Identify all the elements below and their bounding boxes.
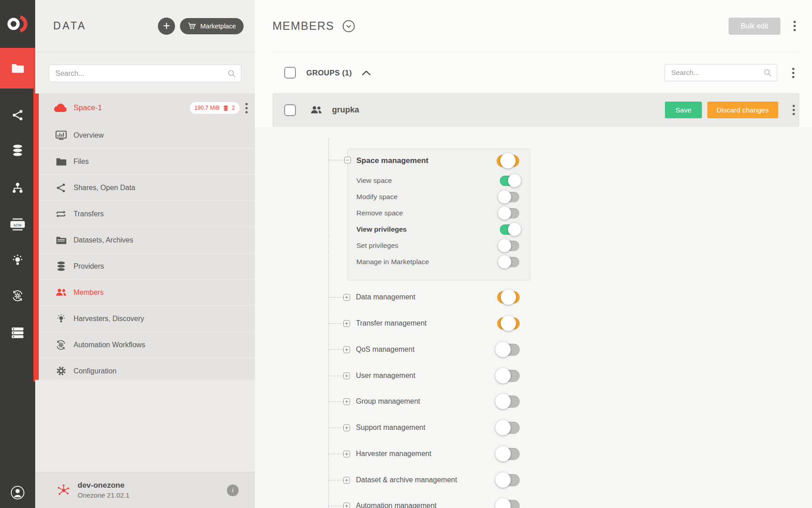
privileges-panel: Space managementView spaceModify spaceRe… — [255, 127, 812, 508]
transfer-management-toggle[interactable] — [497, 317, 520, 330]
privilege-row-group-management: Group management — [325, 393, 520, 410]
token-sample-text: a23e — [14, 223, 22, 227]
chevron-down-circle-icon[interactable] — [342, 20, 355, 33]
expand-icon[interactable] — [343, 451, 350, 457]
sidebar-item-label: Harvesters, Discovery — [74, 315, 144, 323]
files-icon — [54, 157, 68, 166]
sidebar-item-datasets-archives[interactable]: Datasets, Archives — [35, 227, 255, 253]
space-item[interactable]: Space-1 190.7 MiB 2 — [35, 93, 255, 122]
group-name: grupka — [332, 105, 359, 115]
shares-icon — [54, 183, 68, 193]
rail-item-clusters[interactable] — [0, 320, 35, 345]
group-management-toggle[interactable] — [497, 396, 520, 408]
expand-icon[interactable] — [343, 294, 350, 301]
add-space-button[interactable]: + — [158, 18, 175, 35]
view-privileges-toggle[interactable] — [500, 224, 519, 235]
discard-changes-button[interactable]: Discard changes — [707, 102, 778, 118]
sidebar-filler — [35, 380, 255, 472]
sidebar-item-providers[interactable]: Providers — [35, 253, 255, 280]
expand-icon[interactable] — [343, 346, 350, 353]
rail-item-automation[interactable] — [0, 283, 35, 308]
primary-rail: a23e — [0, 0, 35, 508]
group-checkbox[interactable] — [284, 104, 296, 116]
members-menu-dots[interactable] — [794, 21, 796, 31]
sidebar-item-harvesters-discovery[interactable]: Harvesters, Discovery — [35, 306, 255, 332]
main-content: MEMBERS Bulk edit GROUPS (1) — [255, 0, 812, 508]
rail-item-harvesters[interactable] — [0, 247, 35, 273]
sidebar-item-label: Configuration — [74, 367, 116, 375]
space-size-badge: 190.7 MiB 2 — [190, 102, 240, 114]
rail-item-providers[interactable] — [0, 138, 35, 163]
groups-search-input[interactable] — [664, 64, 777, 81]
info-icon[interactable]: i — [227, 485, 239, 496]
modify-space-toggle[interactable] — [500, 192, 519, 202]
groups-list-menu-dots[interactable] — [792, 68, 794, 78]
privilege-label: View privileges — [356, 225, 407, 233]
harvester-management-toggle[interactable] — [497, 448, 520, 460]
set-privileges-toggle[interactable] — [500, 241, 519, 251]
rail-item-data[interactable] — [0, 48, 35, 89]
sidebar-item-label: Shares, Open Data — [74, 184, 135, 192]
space-providers-count: 2 — [232, 105, 235, 111]
sidebar-item-overview[interactable]: Overview — [35, 122, 255, 149]
marketplace-button[interactable]: Marketplace — [180, 18, 244, 34]
sidebar-item-label: Files — [74, 158, 89, 166]
zone-version: Onezone 21.02.1 — [78, 491, 129, 500]
folder-icon — [11, 63, 24, 74]
chevron-up-icon[interactable] — [361, 70, 371, 76]
user-account-button[interactable] — [0, 485, 35, 500]
providers-icon — [54, 261, 68, 271]
expand-icon[interactable] — [343, 398, 350, 405]
sidebar-item-shares-open-data[interactable]: Shares, Open Data — [35, 175, 255, 201]
user-management-toggle[interactable] — [497, 370, 520, 382]
privilege-row-remove-space: Remove space — [348, 205, 530, 221]
sidebar-search-input[interactable] — [49, 65, 241, 82]
dataset-archive-management-toggle[interactable] — [497, 474, 520, 486]
zone-name: dev-onezone — [78, 480, 129, 491]
expand-icon[interactable] — [343, 373, 350, 379]
privilege-label: Manage in Marketplace — [356, 258, 429, 266]
sidebar-item-automation-workflows[interactable]: Automation Workflows — [35, 332, 255, 358]
space-management-toggle[interactable] — [497, 155, 519, 167]
collapse-icon[interactable] — [344, 157, 351, 163]
space-menu: OverviewFilesShares, Open DataTransfersD… — [35, 122, 255, 384]
privilege-group-space-management: Space managementView spaceModify spaceRe… — [347, 149, 531, 280]
bulk-edit-button[interactable]: Bulk edit — [729, 18, 780, 35]
privilege-row-qos-management: QoS management — [325, 341, 520, 358]
manage-in-marketplace-toggle[interactable] — [500, 257, 519, 267]
sidebar-item-members[interactable]: Members — [35, 280, 255, 306]
space-menu-dots[interactable] — [245, 103, 248, 113]
privilege-label: View space — [356, 177, 392, 185]
privilege-row-modify-space: Modify space — [348, 189, 530, 205]
qos-management-toggle[interactable] — [497, 344, 520, 356]
privilege-group-label: Transfer management — [356, 319, 427, 327]
privilege-row-data-management: Data management — [325, 289, 520, 305]
search-icon — [227, 69, 236, 78]
group-row: grupka Save Discard changes — [272, 93, 799, 127]
groups-select-all-checkbox[interactable] — [284, 67, 296, 79]
sidebar-item-transfers[interactable]: Transfers — [35, 201, 255, 227]
view-space-toggle[interactable] — [500, 176, 519, 186]
harvesters-icon — [54, 313, 68, 324]
space-name: Space-1 — [74, 103, 102, 112]
expand-icon[interactable] — [343, 424, 350, 431]
sidebar-item-label: Transfers — [74, 210, 104, 218]
group-menu-dots[interactable] — [793, 105, 795, 115]
rail-item-groups[interactable] — [0, 175, 35, 200]
rail-item-shares[interactable] — [0, 103, 35, 128]
remove-space-toggle[interactable] — [500, 208, 519, 219]
sidebar-item-label: Overview — [74, 131, 104, 140]
sidebar-item-files[interactable]: Files — [35, 149, 255, 175]
expand-icon[interactable] — [343, 320, 350, 327]
overview-icon — [54, 130, 68, 140]
expand-icon[interactable] — [343, 503, 350, 508]
rail-item-tokens[interactable]: a23e — [0, 212, 35, 237]
sidebar-item-label: Members — [74, 289, 104, 297]
data-management-toggle[interactable] — [497, 291, 520, 303]
privilege-group-label: Support management — [356, 424, 425, 432]
expand-icon[interactable] — [343, 477, 350, 484]
save-button[interactable]: Save — [665, 102, 701, 118]
support-management-toggle[interactable] — [497, 422, 520, 434]
sidebar-item-label: Providers — [74, 262, 104, 270]
automation-management-toggle[interactable] — [497, 500, 520, 508]
